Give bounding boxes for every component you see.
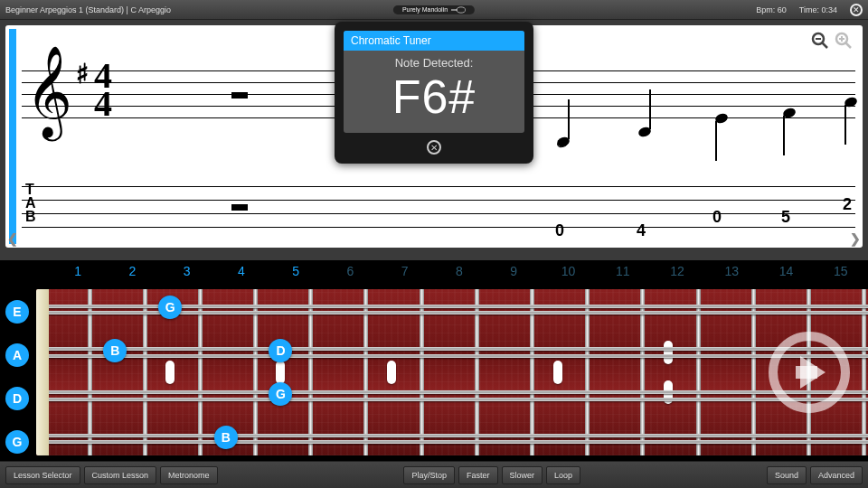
- play-stop-button[interactable]: Play/Stop: [403, 466, 455, 484]
- fret-note-marker[interactable]: B: [103, 339, 127, 362]
- custom-lesson-button[interactable]: Custom Lesson: [84, 466, 157, 484]
- app-logo: Purely Mandolin: [393, 5, 475, 14]
- key-signature: ♯: [76, 58, 90, 89]
- bottom-toolbar: Lesson Selector Custom Lesson Metronome …: [0, 461, 868, 488]
- next-position-icon[interactable]: [769, 332, 850, 413]
- fret-note-marker[interactable]: G: [269, 382, 292, 406]
- svg-line-3: [822, 42, 827, 48]
- bpm-label: Bpm: 60: [756, 5, 787, 14]
- loop-button[interactable]: Loop: [546, 466, 580, 484]
- sound-button[interactable]: Sound: [767, 466, 807, 484]
- lesson-selector-button[interactable]: Lesson Selector: [5, 466, 80, 484]
- fret-number: 8: [432, 260, 486, 284]
- open-string-label[interactable]: A: [5, 343, 29, 367]
- rest-icon: [231, 92, 248, 99]
- tab-clef: T A B: [25, 183, 36, 224]
- fret-number: 14: [759, 260, 813, 284]
- scroll-left-button[interactable]: ❮: [7, 231, 18, 246]
- fret-number: 6: [323, 260, 377, 284]
- fret-number: 4: [214, 260, 269, 284]
- close-button[interactable]: ✕: [850, 4, 863, 16]
- treble-clef-icon: 𝄞: [25, 52, 72, 132]
- chromatic-tuner-panel: Chromatic Tuner Note Detected: F6# ✕: [335, 22, 533, 164]
- lesson-title: Beginner Arpeggios 1 (Standard) | C Arpe…: [5, 5, 171, 14]
- playhead[interactable]: [9, 29, 16, 244]
- tab-number: 0: [712, 208, 722, 227]
- fret-number: 7: [378, 260, 432, 284]
- fret-number: 1: [51, 260, 105, 284]
- notation-panel: 𝄞 ♯ 4 4 T A B 0 4 0 5 2 ❮ ❯: [0, 20, 868, 260]
- advanced-button[interactable]: Advanced: [810, 466, 863, 484]
- fret-note-marker[interactable]: D: [269, 339, 292, 362]
- tuner-label: Note Detected:: [344, 51, 524, 70]
- top-bar: Beginner Arpeggios 1 (Standard) | C Arpe…: [0, 0, 868, 20]
- fret-note-marker[interactable]: B: [214, 426, 238, 449]
- fret-number: 2: [105, 260, 159, 284]
- tuner-title: Chromatic Tuner: [344, 31, 524, 51]
- fret-number: 11: [596, 260, 650, 284]
- open-string-label[interactable]: G: [5, 430, 29, 454]
- tuner-close-button[interactable]: ✕: [427, 140, 441, 155]
- faster-button[interactable]: Faster: [458, 466, 498, 484]
- tab-number: 2: [843, 195, 852, 214]
- svg-line-6: [845, 42, 851, 48]
- fret-number: 3: [160, 260, 214, 284]
- svg-point-0: [457, 6, 466, 12]
- metronome-button[interactable]: Metronome: [160, 466, 218, 484]
- fret-number-row: 1 2 3 4 5 6 7 8 9 10 11 12 13 14 15: [0, 260, 868, 284]
- fret-number: 13: [704, 260, 759, 284]
- nut: [36, 289, 49, 455]
- fret-number: 15: [814, 260, 868, 284]
- zoom-in-button[interactable]: [834, 31, 854, 51]
- time-label: Time: 0:34: [799, 5, 837, 14]
- tab-number: 0: [555, 221, 564, 240]
- tab-rest-icon: [231, 204, 248, 211]
- tab-number: 4: [637, 221, 646, 240]
- fret-number: 5: [269, 260, 323, 284]
- tab-staff: [22, 186, 855, 240]
- fret-number: 12: [650, 260, 704, 284]
- fret-note-marker[interactable]: G: [158, 296, 182, 319]
- fretboard[interactable]: G B D G B: [36, 289, 868, 455]
- fret-number: 9: [486, 260, 541, 284]
- zoom-out-button[interactable]: [810, 31, 830, 51]
- tab-number: 5: [781, 208, 790, 227]
- open-string-label[interactable]: D: [5, 387, 29, 410]
- fret-number: 10: [541, 260, 595, 284]
- open-string-label[interactable]: E: [5, 300, 29, 324]
- fretboard-panel: G B D G B E A D G: [0, 284, 868, 461]
- tuner-detected-note: F6#: [344, 70, 524, 133]
- slower-button[interactable]: Slower: [502, 466, 543, 484]
- time-signature: 4 4: [94, 61, 112, 117]
- scroll-right-button[interactable]: ❯: [850, 231, 861, 246]
